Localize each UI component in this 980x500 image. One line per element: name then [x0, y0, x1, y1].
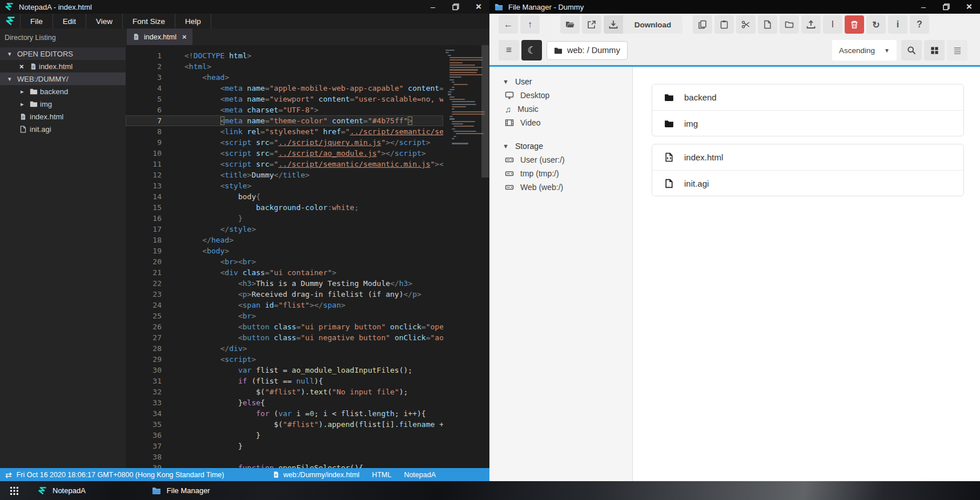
- code-line[interactable]: 19 <body>: [126, 245, 443, 256]
- refresh-button[interactable]: ↻: [866, 15, 886, 34]
- code-line[interactable]: 23 <p>Received drag-in filelist (if any)…: [126, 289, 443, 300]
- code-line[interactable]: 1<!DOCTYPE html>: [126, 50, 443, 61]
- file-row-init-agi[interactable]: init.agi: [652, 170, 963, 196]
- code-line[interactable]: 29 <script>: [126, 354, 443, 365]
- code-line[interactable]: 10 <script src="../script/ao_module.js">…: [126, 148, 443, 159]
- close-icon[interactable]: ×: [471, 0, 486, 14]
- grid-view-icon[interactable]: [924, 40, 945, 61]
- code-editor[interactable]: 1<!DOCTYPE html>2<html>3 <head>4 <meta n…: [126, 45, 489, 468]
- close-icon[interactable]: ×: [962, 0, 977, 14]
- menu-item-file[interactable]: File: [21, 14, 53, 29]
- status-language[interactable]: HTML: [372, 471, 391, 479]
- code-line[interactable]: 7 <meta name="theme-color" content="#4b7…: [126, 115, 443, 126]
- copy-button[interactable]: [693, 15, 712, 34]
- code-line[interactable]: 32 $("#flist").text("No input file");: [126, 386, 443, 397]
- open-folder-button[interactable]: [560, 15, 580, 34]
- menu-item-view[interactable]: View: [86, 14, 123, 29]
- fm-sidebar-section-storage[interactable]: ▼ Storage: [489, 139, 632, 153]
- code-line[interactable]: 36 }: [126, 430, 443, 441]
- code-line[interactable]: 33 }else{: [126, 397, 443, 408]
- code-line[interactable]: 34 for (var i =0; i < flist.length; i++)…: [126, 408, 443, 419]
- tab-close-icon[interactable]: ×: [182, 33, 187, 41]
- menu-item-font-size[interactable]: Font Size: [123, 14, 175, 29]
- back-button[interactable]: ←: [499, 15, 518, 34]
- menu-hamburger-icon[interactable]: ≡: [499, 40, 519, 61]
- menu-item-help[interactable]: Help: [175, 14, 211, 29]
- up-button[interactable]: ↑: [520, 15, 540, 34]
- status-file-path[interactable]: web:/Dummy/index.html: [283, 471, 359, 479]
- search-icon[interactable]: [901, 40, 922, 61]
- minimize-icon[interactable]: –: [425, 0, 440, 14]
- code-line[interactable]: 24 <span id="flist"></span>: [126, 300, 443, 311]
- properties-button[interactable]: i: [888, 15, 907, 34]
- code-line[interactable]: 22 <h3>This is a Dummy Testing Module</h…: [126, 278, 443, 289]
- code-line[interactable]: 11 <script src="../script/semantic/seman…: [126, 159, 443, 170]
- workspace-web-dummy[interactable]: ▾ WEB:/DUMMY/: [0, 72, 126, 85]
- sort-order-dropdown[interactable]: Ascending ▼: [832, 40, 897, 61]
- help-button[interactable]: ?: [910, 15, 929, 34]
- download-button[interactable]: Download: [604, 15, 682, 34]
- code-line[interactable]: 20 <br><br>: [126, 256, 443, 267]
- code-line[interactable]: 27 <button class="ui negative button" on…: [126, 332, 443, 343]
- code-line[interactable]: 25 <br>: [126, 311, 443, 321]
- tree-item-init-agi[interactable]: init.agi: [0, 123, 126, 135]
- upload-button[interactable]: [801, 15, 821, 34]
- tree-item-img[interactable]: ▸ img: [0, 98, 126, 110]
- open-editor-index-html[interactable]: × index.html: [0, 60, 126, 72]
- tree-item-backend[interactable]: ▸ backend: [0, 85, 126, 98]
- rename-button[interactable]: I: [823, 15, 842, 34]
- code-line[interactable]: 30 var flist = ao_module_loadInputFiles(…: [126, 365, 443, 376]
- code-line[interactable]: 15 background-color:white;: [126, 202, 443, 213]
- tree-item-index-html[interactable]: index.html: [0, 110, 126, 123]
- file-row-index-html[interactable]: index.html: [652, 144, 963, 170]
- breadcrumb[interactable]: web: / Dummy: [547, 41, 628, 60]
- fm-sidebar-section-user[interactable]: ▼ User: [489, 75, 632, 88]
- taskbar-app-notepada[interactable]: NotepadA: [32, 481, 91, 500]
- restore-icon[interactable]: [939, 0, 954, 14]
- fm-sidebar-item-desktop[interactable]: Desktop: [489, 88, 632, 102]
- code-line[interactable]: 38: [126, 451, 443, 462]
- close-icon[interactable]: ×: [19, 62, 24, 71]
- fm-sidebar-item-user-user[interactable]: User (user:/): [489, 153, 632, 167]
- new-folder-button[interactable]: [780, 15, 799, 34]
- code-line[interactable]: 37 }: [126, 441, 443, 451]
- fm-sidebar-item-tmp-tmp[interactable]: tmp (tmp:/): [489, 167, 632, 180]
- taskbar-app-file-manager[interactable]: File Manager: [146, 481, 216, 500]
- code-line[interactable]: 26 <button class="ui primary button" onc…: [126, 321, 443, 332]
- code-line[interactable]: 39 function openFileSelector(){: [126, 462, 443, 468]
- code-line[interactable]: 35 $("#flist").append(flist[i].filename …: [126, 419, 443, 430]
- code-line[interactable]: 5 <meta name="viewport" content="user-sc…: [126, 94, 443, 104]
- new-file-button[interactable]: [758, 15, 777, 34]
- code-line[interactable]: 31 if (flist == null){: [126, 376, 443, 386]
- code-line[interactable]: 8 <link rel="stylesheet" href="../script…: [126, 126, 443, 137]
- code-line[interactable]: 13 <style>: [126, 180, 443, 191]
- code-line[interactable]: 12 <title>Dummy</title>: [126, 170, 443, 180]
- code-line[interactable]: 16 }: [126, 213, 443, 224]
- code-line[interactable]: 6 <meta charset="UTF-8">: [126, 104, 443, 115]
- code-line[interactable]: 18 </head>: [126, 235, 443, 245]
- file-row-img[interactable]: img: [652, 110, 963, 136]
- list-view-icon[interactable]: [947, 40, 967, 61]
- fm-sidebar-item-music[interactable]: ♫Music: [489, 102, 632, 116]
- file-row-backend[interactable]: backend: [652, 84, 963, 110]
- code-line[interactable]: 14 body{: [126, 191, 443, 202]
- code-line[interactable]: 4 <meta name="apple-mobile-web-app-capab…: [126, 83, 443, 94]
- editor-scrollbar[interactable]: [481, 45, 489, 178]
- delete-button[interactable]: [845, 15, 864, 34]
- open-editors[interactable]: ▾ OPEN EDITORS: [0, 47, 126, 60]
- cut-button[interactable]: [736, 15, 756, 34]
- code-line[interactable]: 9 <script src="../script/jquery.min.js">…: [126, 137, 443, 148]
- restore-icon[interactable]: [448, 0, 463, 14]
- code-line[interactable]: 21 <div class="ui container">: [126, 267, 443, 278]
- code-line[interactable]: 17 </style>: [126, 224, 443, 235]
- paste-button[interactable]: [714, 15, 734, 34]
- code-line[interactable]: 3 <head>: [126, 72, 443, 83]
- minimize-icon[interactable]: –: [916, 0, 931, 14]
- code-line[interactable]: 2<html>: [126, 61, 443, 72]
- fm-sidebar-item-web-web[interactable]: Web (web:/): [489, 180, 632, 194]
- open-in-new-button[interactable]: [582, 15, 601, 34]
- fm-sidebar-item-video[interactable]: Video: [489, 116, 632, 130]
- code-line[interactable]: 28 </div>: [126, 343, 443, 354]
- app-launcher-grid-icon[interactable]: [6, 483, 23, 498]
- dark-mode-moon-icon[interactable]: ☾: [521, 40, 542, 61]
